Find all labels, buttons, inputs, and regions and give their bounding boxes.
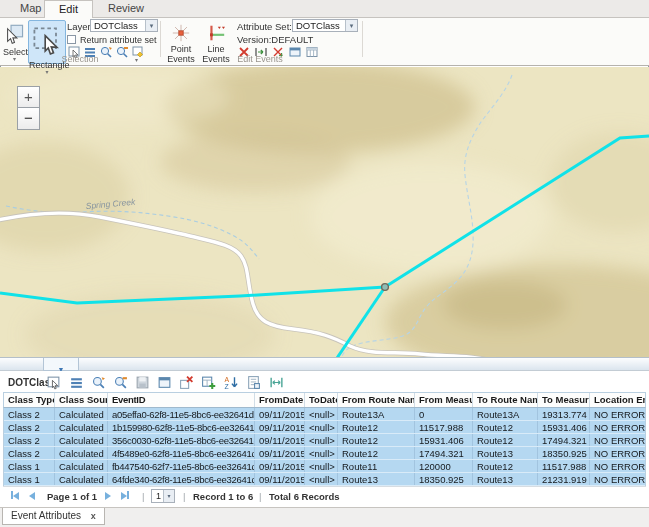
table-cell: 19313.774 (538, 408, 590, 420)
close-tab-icon[interactable]: x (91, 511, 96, 521)
table-cell: Class 2 (4, 408, 55, 420)
table-row[interactable]: Class 2Calculated1b159980-62f8-11e5-8bc6… (4, 421, 645, 434)
layer-combo-arrow[interactable]: ▾ (145, 20, 157, 31)
show-selected-records-button[interactable] (68, 375, 84, 391)
table-row[interactable]: Class 2Calculated356c0030-62f8-11e5-8bc6… (4, 434, 645, 447)
zoom-out-button[interactable]: − (17, 108, 40, 130)
zoom-to-selected-button[interactable] (90, 375, 106, 391)
table-cell: Route12 (473, 460, 538, 472)
event-attributes-tab[interactable]: Event Attributes x (2, 508, 105, 525)
ribbon: Select ▾ Rectangle ▾ Layer: DOTClass ▾ R… (0, 17, 649, 66)
previous-page-button[interactable] (29, 491, 35, 503)
ribbon-tabstrip: Map Edit Review (0, 0, 649, 17)
measure-range-button[interactable] (268, 375, 284, 391)
table-cell: Calculated (55, 460, 108, 472)
column-header[interactable]: From Route Name (338, 393, 415, 407)
table-cell: 4f5489e0-62f8-11e5-8bc6-ee32641d5ec9 (108, 447, 255, 459)
column-header[interactable]: Class Source (55, 393, 108, 407)
pagination-bar: Page 1 of 1 | 1 ▾ | Record 1 to 6 | Tota… (3, 486, 646, 506)
table-cell: 15931.406 (538, 421, 590, 433)
delete-record-button[interactable] (178, 375, 194, 391)
panel-collapse-bar: ▼ (0, 357, 649, 371)
selection-group-label: Selection (0, 54, 160, 64)
table-cell: 0 (415, 408, 473, 420)
tab-review[interactable]: Review (94, 0, 158, 17)
table-cell: 21231.919 (538, 473, 590, 485)
table-cell: 11517.988 (415, 421, 473, 433)
table-cell: Calculated (55, 434, 108, 446)
table-cell: <null> (305, 460, 338, 472)
table-cell: <null> (305, 473, 338, 485)
attribute-set-label: Attribute Set: (237, 21, 292, 32)
table-header-row: Class TypeClass SourceEventIDFromDateToD… (3, 392, 646, 408)
table-cell: NO ERROR (590, 447, 645, 459)
return-attribute-set-label: Return attribute set (80, 35, 157, 45)
panel-collapse-tab[interactable]: ▼ (43, 358, 79, 371)
column-header[interactable]: EventID (108, 393, 255, 407)
zoom-in-button[interactable]: + (17, 86, 40, 108)
table-cell: 18350.925 (538, 447, 590, 459)
table-cell: Calculated (55, 473, 108, 485)
select-records-button[interactable] (45, 375, 61, 391)
table-row[interactable]: Class 2Calculated4f5489e0-62f8-11e5-8bc6… (4, 447, 645, 460)
event-attributes-panel: DOTClass AZ (0, 371, 649, 527)
route-junction-marker[interactable] (382, 284, 389, 291)
table-cell: <null> (305, 447, 338, 459)
attribute-window-button[interactable] (156, 375, 172, 391)
layer-combobox[interactable]: DOTClass ▾ (90, 19, 158, 32)
attribute-set-combo-arrow[interactable]: ▾ (345, 20, 357, 31)
column-header[interactable]: Location Error (590, 393, 645, 407)
column-header[interactable]: Class Type (4, 393, 55, 407)
table-cell: 17494.321 (415, 447, 473, 459)
svg-text:A: A (224, 376, 229, 383)
column-header[interactable]: To Route Name (473, 393, 538, 407)
event-attributes-tab-label: Event Attributes (11, 510, 81, 521)
table-cell: Route12 (338, 421, 415, 433)
table-cell: Class 2 (4, 447, 55, 459)
first-page-button[interactable] (11, 491, 19, 503)
page-dropdown-arrow[interactable]: ▾ (163, 490, 174, 502)
table-row[interactable]: Class 2Calculateda05effa0-62f8-11e5-8bc6… (4, 408, 645, 421)
map-view[interactable]: Spring Creek + − (0, 67, 649, 357)
return-attribute-set-checkbox[interactable] (67, 35, 76, 44)
sort-records-button[interactable]: AZ (223, 375, 239, 391)
pager-separator: | (142, 491, 144, 503)
table-cell: Route12 (473, 421, 538, 433)
form-view-button[interactable] (245, 375, 261, 391)
column-header[interactable]: From Measure (415, 393, 473, 407)
attribute-set-value: DOTClass (296, 20, 340, 31)
event-editor-window: Map Edit Review Select ▾ Rectangle ▾ Lay… (0, 0, 649, 527)
column-header[interactable]: To Measure (538, 393, 590, 407)
last-page-button[interactable] (121, 491, 129, 503)
save-edits-button[interactable] (134, 375, 150, 391)
add-record-button[interactable] (200, 375, 216, 391)
table-row[interactable]: Class 1Calculatedfb447540-62f7-11e5-8bc6… (4, 460, 645, 473)
table-cell: 1b159980-62f8-11e5-8bc6-ee32641d5ec9 (108, 421, 255, 433)
record-range-status: Record 1 to 6 (193, 491, 253, 503)
table-cell: Route13 (473, 473, 538, 485)
column-header[interactable]: ToDate (305, 393, 338, 407)
table-row[interactable]: Class 1Calculated64fde340-62f8-11e5-8bc6… (4, 473, 645, 486)
layer-value: DOTClass (94, 20, 138, 31)
table-cell: NO ERROR (590, 408, 645, 420)
line-events-icon (206, 23, 226, 43)
table-cell: 15931.406 (415, 434, 473, 446)
tab-edit[interactable]: Edit (44, 0, 93, 18)
table-cell: Route12 (338, 447, 415, 459)
group-separator (362, 21, 363, 57)
attribute-set-combobox[interactable]: DOTClass ▾ (292, 19, 358, 32)
panel-tab-bar: Event Attributes x (0, 507, 649, 527)
rectangle-dropdown-arrow[interactable]: ▾ (29, 70, 65, 75)
pan-to-selected-button[interactable] (112, 375, 128, 391)
edit-events-group-label: Edit Events (160, 54, 360, 64)
column-header[interactable]: FromDate (255, 393, 305, 407)
version-label: Version:DEFAULT (237, 34, 313, 45)
point-events-icon (171, 23, 191, 43)
table-cell: Route13 (338, 473, 415, 485)
table-cell: Route13A (473, 408, 538, 420)
table-cell: fb447540-62f7-11e5-8bc6-ee32641d5ec9 (108, 460, 255, 472)
page-number-dropdown[interactable]: 1 ▾ (151, 489, 175, 503)
table-cell: 09/11/2015 (255, 421, 305, 433)
next-page-button[interactable] (105, 491, 111, 503)
table-cell: 356c0030-62f8-11e5-8bc6-ee32641d5ec9 (108, 434, 255, 446)
